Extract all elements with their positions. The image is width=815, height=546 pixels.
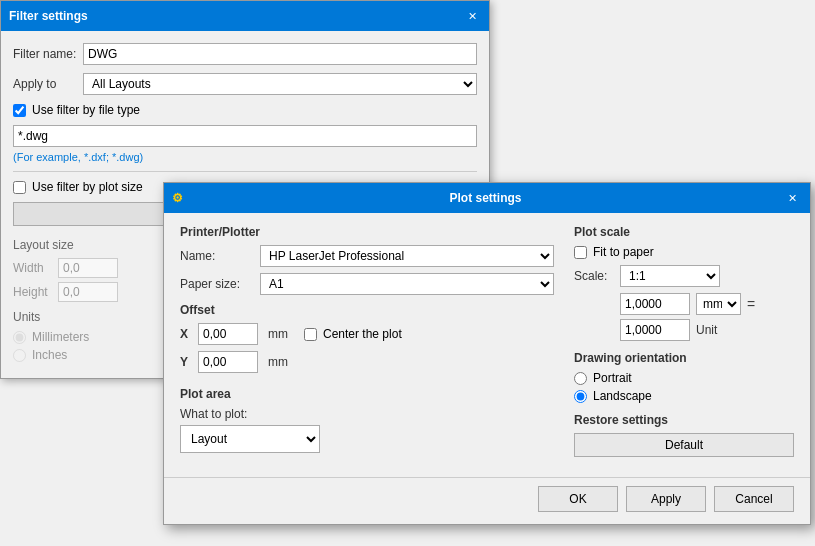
plot-dialog-title: Plot settings bbox=[449, 191, 521, 205]
plot-area-section-title: Plot area bbox=[180, 387, 554, 401]
paper-size-label: Paper size: bbox=[180, 277, 260, 291]
cancel-button[interactable]: Cancel bbox=[714, 486, 794, 512]
portrait-label: Portrait bbox=[593, 371, 632, 385]
plot-right-panel: Plot scale Fit to paper Scale: 1:1 1:2 1… bbox=[574, 225, 794, 457]
landscape-radio[interactable] bbox=[574, 390, 587, 403]
offset-y-row: Y mm bbox=[180, 351, 402, 373]
offset-section-title: Offset bbox=[180, 303, 554, 317]
filter-dialog-titlebar: Filter settings ✕ bbox=[1, 1, 489, 31]
center-plot-label: Center the plot bbox=[323, 327, 402, 341]
apply-button[interactable]: Apply bbox=[626, 486, 706, 512]
offset-xy-inputs: X mm Center the plot Y bbox=[180, 323, 402, 379]
unit-text: Unit bbox=[696, 323, 717, 337]
offset-section: Offset X mm Center the plot bbox=[180, 303, 554, 379]
plot-scale-section: Plot scale Fit to paper Scale: 1:1 1:2 1… bbox=[574, 225, 794, 341]
plot-dialog-titlebar: ⚙ Plot settings ✕ bbox=[164, 183, 810, 213]
printer-name-select[interactable]: HP LaserJet Professional bbox=[260, 245, 554, 267]
restore-section: Restore settings Default bbox=[574, 413, 794, 457]
scale-row: Scale: 1:1 1:2 1:5 1:10 bbox=[574, 265, 794, 287]
plot-settings-dialog: ⚙ Plot settings ✕ Printer/Plotter Name: … bbox=[163, 182, 811, 525]
plot-left-panel: Printer/Plotter Name: HP LaserJet Profes… bbox=[180, 225, 554, 457]
offset-x-input[interactable] bbox=[198, 323, 258, 345]
offset-x-label: X bbox=[180, 327, 192, 341]
center-plot-checkbox[interactable] bbox=[304, 328, 317, 341]
filter-name-input[interactable] bbox=[83, 43, 477, 65]
scale-select[interactable]: 1:1 1:2 1:5 1:10 bbox=[620, 265, 720, 287]
file-extension-input[interactable] bbox=[13, 125, 477, 147]
scale-value-row-2: Unit bbox=[620, 319, 794, 341]
height-input bbox=[58, 282, 118, 302]
offset-x-unit: mm bbox=[268, 327, 288, 341]
apply-to-select[interactable]: All Layouts Model Layout bbox=[83, 73, 477, 95]
printer-name-row: Name: HP LaserJet Professional bbox=[180, 245, 554, 267]
width-input bbox=[58, 258, 118, 278]
filter-close-button[interactable]: ✕ bbox=[463, 7, 481, 25]
landscape-row: Landscape bbox=[574, 389, 794, 403]
offset-y-label: Y bbox=[180, 355, 192, 369]
plot-titlebar-buttons: ✕ bbox=[784, 189, 802, 207]
file-extension-hint: (For example, *.dxf; *.dwg) bbox=[13, 151, 477, 163]
portrait-row: Portrait bbox=[574, 371, 794, 385]
plot-dialog-footer: OK Apply Cancel bbox=[164, 477, 810, 524]
plot-dialog-content: Printer/Plotter Name: HP LaserJet Profes… bbox=[164, 213, 810, 469]
what-to-plot-select[interactable]: Layout Extents Display Window bbox=[180, 425, 320, 453]
landscape-label: Landscape bbox=[593, 389, 652, 403]
offset-y-unit: mm bbox=[268, 355, 288, 369]
filter-name-row: Filter name: bbox=[13, 43, 477, 65]
plot-gear-icon: ⚙ bbox=[172, 191, 183, 205]
what-to-plot-label: What to plot: bbox=[180, 407, 554, 421]
offset-x-row: X mm Center the plot bbox=[180, 323, 402, 345]
unit-select[interactable]: mm inches bbox=[696, 293, 741, 315]
use-filter-plot-size-label: Use filter by plot size bbox=[32, 180, 143, 194]
filter-name-label: Filter name: bbox=[13, 47, 83, 61]
use-filter-plot-size-checkbox[interactable] bbox=[13, 181, 26, 194]
plot-columns: Printer/Plotter Name: HP LaserJet Profes… bbox=[180, 225, 794, 457]
center-plot-row: Center the plot bbox=[304, 327, 402, 341]
scale-label: Scale: bbox=[574, 269, 614, 283]
orientation-title: Drawing orientation bbox=[574, 351, 794, 365]
apply-to-row: Apply to All Layouts Model Layout bbox=[13, 73, 477, 95]
fit-paper-label: Fit to paper bbox=[593, 245, 654, 259]
scale-value-input-1[interactable] bbox=[620, 293, 690, 315]
fit-paper-checkbox[interactable] bbox=[574, 246, 587, 259]
millimeters-label: Millimeters bbox=[32, 330, 89, 344]
use-filter-file-type-label: Use filter by file type bbox=[32, 103, 140, 117]
equals-sign: = bbox=[747, 296, 755, 312]
paper-size-row: Paper size: A1 A2 A3 A4 bbox=[180, 273, 554, 295]
inches-radio bbox=[13, 349, 26, 362]
paper-size-select[interactable]: A1 A2 A3 A4 bbox=[260, 273, 554, 295]
orientation-section: Drawing orientation Portrait Landscape bbox=[574, 351, 794, 403]
filter-titlebar-buttons: ✕ bbox=[463, 7, 481, 25]
plot-close-button[interactable]: ✕ bbox=[784, 189, 802, 207]
use-filter-file-type-row: Use filter by file type bbox=[13, 103, 477, 117]
plot-area-section: Plot area What to plot: Layout Extents D… bbox=[180, 387, 554, 453]
height-label: Height bbox=[13, 285, 58, 299]
offset-y-input[interactable] bbox=[198, 351, 258, 373]
millimeters-radio bbox=[13, 331, 26, 344]
apply-to-label: Apply to bbox=[13, 77, 83, 91]
printer-section-title: Printer/Plotter bbox=[180, 225, 554, 239]
restore-title: Restore settings bbox=[574, 413, 794, 427]
default-button[interactable]: Default bbox=[574, 433, 794, 457]
filter-dialog-title: Filter settings bbox=[9, 9, 88, 23]
width-label: Width bbox=[13, 261, 58, 275]
use-filter-file-type-checkbox[interactable] bbox=[13, 104, 26, 117]
ok-button[interactable]: OK bbox=[538, 486, 618, 512]
printer-name-label: Name: bbox=[180, 249, 260, 263]
scale-value-input-2[interactable] bbox=[620, 319, 690, 341]
fit-paper-row: Fit to paper bbox=[574, 245, 794, 259]
plot-scale-title: Plot scale bbox=[574, 225, 794, 239]
portrait-radio[interactable] bbox=[574, 372, 587, 385]
inches-label: Inches bbox=[32, 348, 67, 362]
scale-value-row-1: mm inches = bbox=[620, 293, 794, 315]
